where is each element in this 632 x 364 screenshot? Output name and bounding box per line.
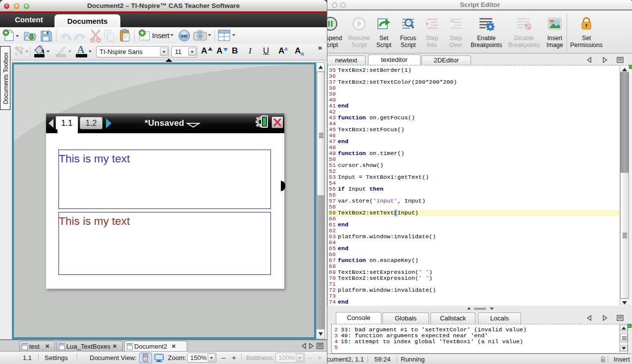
- svg-text:var: var: [180, 33, 188, 39]
